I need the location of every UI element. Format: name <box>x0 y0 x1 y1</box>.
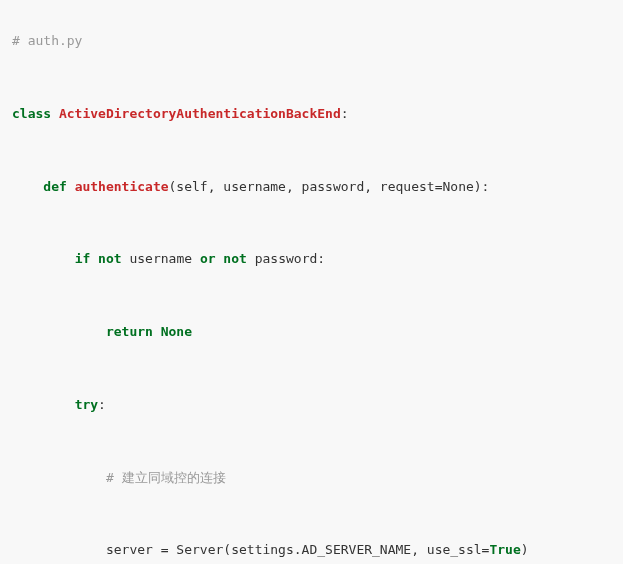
server-line: server = Server(settings.AD_SERVER_NAME,… <box>106 542 490 557</box>
file-comment: # auth.py <box>12 33 82 48</box>
func-params: (self, username, password, request=None)… <box>169 179 490 194</box>
code-block: # auth.py class ActiveDirectoryAuthentic… <box>0 13 623 564</box>
kw-class: class <box>12 106 51 121</box>
class-name: ActiveDirectoryAuthenticationBackEnd <box>59 106 341 121</box>
func-name: authenticate <box>75 179 169 194</box>
kw-def: def <box>43 179 66 194</box>
comment-1: # 建立同域控的连接 <box>106 470 226 485</box>
